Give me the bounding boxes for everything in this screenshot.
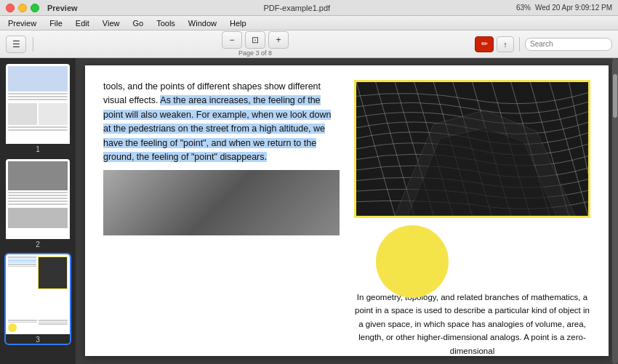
maximize-button[interactable] [31,4,39,12]
pdf-left-column: tools, and the points of different shape… [103,80,340,356]
top-art-image [354,80,590,218]
menu-view[interactable]: View [100,19,122,28]
pdf-content-area[interactable]: tools, and the points of different shape… [76,58,618,364]
app-name-label: Preview [47,4,78,12]
page-1-thumb [6,64,70,144]
sidebar-panel: 1 2 [0,58,76,364]
menu-preview[interactable]: Preview [6,19,39,28]
sidebar-page-3-num: 3 [6,336,70,344]
page-info-label: Page 3 of 8 [238,49,272,57]
yellow-circle [376,225,449,298]
main-area: 1 2 [0,58,618,364]
sidebar-page-1-num: 1 [6,145,70,153]
search-input[interactable] [525,38,612,51]
sidebar-page-3[interactable]: 3 [6,254,70,344]
minimize-button[interactable] [18,4,27,12]
zoom-fit-button[interactable]: ⊡ [245,31,265,49]
sidebar-page-1[interactable]: 1 [6,64,70,153]
share-button[interactable]: ↑ [497,36,514,52]
zoom-in-button[interactable]: + [268,31,289,49]
window-title: PDF-example1.pdf [263,4,330,12]
datetime-label: Wed 20 Apr 9:09:12 PM [535,4,612,12]
battery-label: 63% [516,4,531,12]
grid-art-svg [356,82,588,216]
mac-menu-bar: Preview PDF-example1.pdf 63% Wed 20 Apr … [0,0,618,16]
menu-tools[interactable]: Tools [154,19,177,28]
menu-help[interactable]: Help [228,19,249,28]
scrollbar-track[interactable] [612,58,618,364]
toolbar-separator-1 [33,37,33,52]
toolbar: ☰ − ⊡ + Page 3 of 8 ✏ ↑ [0,31,618,58]
close-button[interactable] [6,4,15,12]
toolbar-separator-2 [519,37,520,52]
menu-bar: Preview File Edit View Go Tools Window H… [0,16,618,31]
pdf-right-column: In geometry, topology, and related branc… [354,80,590,356]
page-2-thumb [6,159,70,239]
menu-edit[interactable]: Edit [73,19,92,28]
sidebar-page-2[interactable]: 2 [6,159,70,248]
status-bar: 63% Wed 20 Apr 9:09:12 PM [516,4,612,12]
pdf-page: tools, and the points of different shape… [85,65,609,356]
zoom-out-button[interactable]: − [222,31,242,49]
menu-window[interactable]: Window [186,19,219,28]
menu-go[interactable]: Go [130,19,145,28]
page-3-thumb [6,254,70,334]
scrollbar-thumb[interactable] [613,74,617,118]
menu-file[interactable]: File [47,19,65,28]
page-bottom-image [103,170,340,235]
geometry-text: In geometry, topology, and related branc… [354,291,590,356]
traffic-lights[interactable] [6,4,39,12]
pencil-button[interactable]: ✏ [475,36,494,52]
sidebar-toggle-button[interactable]: ☰ [6,36,26,53]
sidebar-page-2-num: 2 [6,240,70,248]
